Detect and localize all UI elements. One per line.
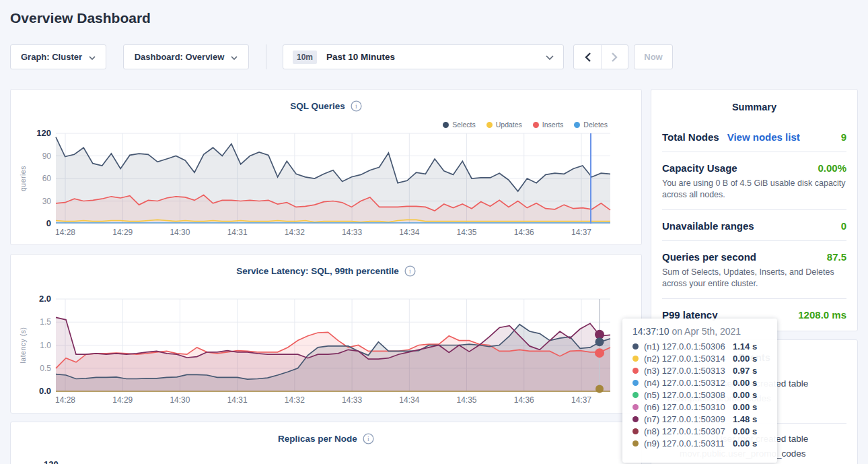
axis-label: 120 bbox=[44, 459, 59, 464]
tooltip-row: (n4) 127.0.0.1:503120.00 s bbox=[632, 376, 777, 389]
summary-label: Queries per second bbox=[662, 251, 756, 263]
svg-text:60: 60 bbox=[42, 174, 52, 183]
range-badge: 10m bbox=[293, 51, 317, 64]
svg-text:14:34: 14:34 bbox=[399, 395, 419, 405]
svg-text:latency (s): latency (s) bbox=[19, 327, 27, 364]
chevron-down-icon bbox=[231, 52, 238, 62]
svg-text:14:29: 14:29 bbox=[112, 395, 133, 405]
summary-row: Unavailable ranges0 bbox=[662, 209, 846, 240]
series-dot-icon bbox=[632, 356, 639, 362]
series-dot-icon bbox=[632, 416, 639, 422]
svg-text:0.0: 0.0 bbox=[39, 386, 51, 396]
prev-range-button[interactable] bbox=[574, 45, 601, 69]
svg-text:0: 0 bbox=[46, 218, 51, 228]
range-label: Past 10 Minutes bbox=[326, 52, 395, 62]
summary-desc: Sum of Selects, Updates, Inserts, and De… bbox=[662, 267, 846, 290]
svg-text:14:36: 14:36 bbox=[514, 395, 534, 405]
series-dot-icon bbox=[632, 428, 639, 434]
summary-panel: Summary Total NodesView nodes list9Capac… bbox=[651, 89, 858, 331]
summary-value: 0.00% bbox=[818, 162, 846, 174]
summary-value: 9 bbox=[841, 131, 846, 143]
toolbar-divider bbox=[266, 44, 266, 69]
time-range-selector[interactable]: 10m Past 10 Minutes bbox=[283, 44, 564, 69]
graph-dropdown[interactable]: Graph: Cluster bbox=[10, 44, 106, 69]
tooltip-timestamp: 14:37:10 on Apr 5th, 2021 bbox=[632, 326, 777, 338]
summary-value: 87.5 bbox=[827, 251, 846, 263]
chevron-down-icon bbox=[89, 52, 96, 62]
tooltip-row: (n7) 127.0.0.1:503091.48 s bbox=[632, 413, 777, 425]
series-dot-icon bbox=[632, 392, 639, 398]
replicas-chart-card: Replicas per Node i 120 bbox=[10, 422, 642, 464]
svg-text:14:34: 14:34 bbox=[399, 228, 419, 237]
svg-text:14:37: 14:37 bbox=[571, 395, 591, 405]
series-dot-icon bbox=[632, 380, 639, 386]
next-range-button[interactable] bbox=[601, 45, 628, 69]
svg-text:14:36: 14:36 bbox=[514, 228, 534, 237]
summary-value: 0 bbox=[841, 220, 846, 232]
summary-label: Total Nodes bbox=[662, 131, 719, 143]
tooltip-row: (n9) 127.0.0.1:503110.00 s bbox=[632, 437, 777, 449]
summary-title: Summary bbox=[651, 102, 857, 112]
svg-text:14:31: 14:31 bbox=[227, 228, 248, 237]
svg-text:i: i bbox=[367, 435, 369, 442]
summary-label: Unavailable ranges bbox=[662, 220, 754, 232]
svg-text:14:32: 14:32 bbox=[285, 228, 305, 237]
summary-value: 1208.0 ms bbox=[798, 309, 846, 321]
svg-text:14:37: 14:37 bbox=[571, 228, 591, 237]
svg-text:14:33: 14:33 bbox=[342, 228, 362, 237]
svg-text:14:28: 14:28 bbox=[55, 395, 75, 405]
svg-text:14:33: 14:33 bbox=[342, 395, 362, 405]
svg-text:1.5: 1.5 bbox=[40, 317, 51, 327]
tooltip-row: (n3) 127.0.0.1:503130.97 s bbox=[632, 364, 777, 376]
service-latency-chart-card: Service Latency: SQL, 99th percentile i … bbox=[10, 254, 642, 413]
svg-text:1.0: 1.0 bbox=[40, 341, 51, 350]
range-nav bbox=[573, 44, 628, 69]
summary-row: Capacity Usage0.00%You are using 0 B of … bbox=[662, 152, 846, 209]
sql-queries-chart[interactable]: 030609012014:2814:2914:3014:3114:3214:33… bbox=[11, 90, 641, 244]
series-dot-icon bbox=[632, 368, 639, 374]
chart-tooltip: 14:37:10 on Apr 5th, 2021 (n1) 127.0.0.1… bbox=[622, 319, 777, 463]
dashboard-dropdown[interactable]: Dashboard: Overview bbox=[123, 44, 249, 69]
chevron-down-icon bbox=[546, 52, 554, 62]
tooltip-row: (n2) 127.0.0.1:503140.00 s bbox=[632, 352, 777, 364]
svg-text:30: 30 bbox=[42, 197, 52, 206]
summary-row: Total NodesView nodes list9 bbox=[662, 120, 846, 152]
series-dot-icon bbox=[632, 343, 639, 350]
series-dot-icon bbox=[632, 440, 639, 446]
tooltip-row: (n6) 127.0.0.1:503100.00 s bbox=[632, 401, 777, 413]
series-dot-icon bbox=[632, 404, 639, 410]
svg-text:14:35: 14:35 bbox=[457, 228, 477, 237]
view-nodes-link[interactable]: View nodes list bbox=[727, 131, 800, 143]
toolbar: Graph: Cluster Dashboard: Overview 10m P… bbox=[10, 44, 858, 69]
svg-text:0.5: 0.5 bbox=[40, 364, 51, 373]
svg-text:90: 90 bbox=[42, 152, 52, 161]
service-latency-chart[interactable]: 0.00.51.01.52.014:2814:2914:3014:3114:32… bbox=[11, 255, 641, 413]
tooltip-row: (n8) 127.0.0.1:503070.00 s bbox=[632, 425, 777, 437]
svg-text:14:30: 14:30 bbox=[170, 395, 190, 405]
now-button[interactable]: Now bbox=[634, 44, 673, 69]
info-icon[interactable]: i bbox=[363, 433, 374, 444]
svg-text:queries: queries bbox=[19, 166, 27, 191]
chart-title: Replicas per Node bbox=[278, 434, 357, 444]
summary-desc: You are using 0 B of 4.5 GiB usable disk… bbox=[662, 178, 846, 201]
svg-text:14:32: 14:32 bbox=[285, 395, 305, 405]
tooltip-row: (n5) 127.0.0.1:503080.00 s bbox=[632, 389, 777, 401]
svg-text:14:31: 14:31 bbox=[227, 395, 248, 405]
sql-queries-chart-card: SQL Queries i SelectsUpdatesInsertsDelet… bbox=[10, 89, 642, 245]
svg-text:14:28: 14:28 bbox=[55, 228, 75, 237]
page-title: Overview Dashboard bbox=[10, 10, 868, 26]
summary-row: Queries per second87.5Sum of Selects, Up… bbox=[662, 240, 846, 298]
summary-label: Capacity Usage bbox=[662, 162, 737, 174]
svg-text:14:35: 14:35 bbox=[457, 395, 477, 405]
svg-text:2.0: 2.0 bbox=[39, 294, 51, 304]
svg-text:120: 120 bbox=[36, 128, 51, 138]
tooltip-row: (n1) 127.0.0.1:503061.14 s bbox=[632, 340, 777, 352]
svg-text:14:30: 14:30 bbox=[170, 228, 190, 237]
svg-text:14:29: 14:29 bbox=[112, 228, 133, 237]
